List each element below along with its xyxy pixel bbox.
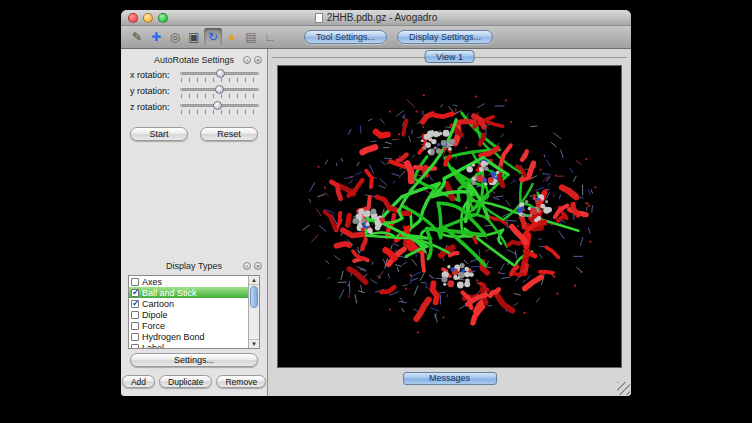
zoom-tool-icon[interactable]: ◎ [166,28,184,46]
display-type-label: Ball and Stick [142,288,197,298]
autorotate-panel-header: AutoRotate Settings ▫ × [121,53,267,67]
display-types-panel-header: Display Types ▫ × [121,259,267,273]
display-type-row-cartoon[interactable]: Cartoon [129,298,248,309]
z-rotation-label: z rotation: [130,102,176,112]
display-type-label: Force [142,321,165,331]
display-types-panel: Display Types ▫ × Axes Ball [121,259,267,388]
x-rotation-slider[interactable] [180,68,259,83]
auto-rotate-tool-icon[interactable]: ↻ [204,28,222,46]
traffic-lights [128,13,168,23]
measure-tool-icon[interactable]: ▤ [242,28,260,46]
display-type-row-ball-and-stick[interactable]: Ball and Stick [129,287,248,298]
dock-close-icon[interactable]: × [254,262,262,270]
z-rotation-slider[interactable] [180,100,259,115]
display-types-rows: Axes Ball and Stick Cartoon Dipole [129,276,248,348]
display-type-row-dipole[interactable]: Dipole [129,309,248,320]
close-window-button[interactable] [128,13,138,23]
toolbar: ✎ ✚ ◎ ▣ ↻ ● ▤ ∟ Tool Settings... Display… [121,26,631,49]
dock-float-icon[interactable]: ▫ [243,56,251,64]
align-tool-icon[interactable]: ∟ [261,28,279,46]
slider-ticks [181,110,259,114]
display-type-label: Dipole [142,310,168,320]
hydrogen-bond-checkbox[interactable] [131,333,139,341]
display-types-buttons: Add Duplicate Remove [121,375,267,388]
scroll-down-icon[interactable]: ▼ [249,339,259,348]
remove-button[interactable]: Remove [216,375,266,388]
y-rotation-row: y rotation: [121,83,267,99]
view-tab-bar: View 1 [268,50,631,64]
x-rotation-row: x rotation: [121,67,267,83]
dock-header-buttons: ▫ × [243,262,262,270]
force-checkbox[interactable] [131,322,139,330]
ball-and-stick-checkbox[interactable] [131,289,139,297]
add-button[interactable]: Add [122,375,155,388]
draw-tool-icon[interactable]: ✎ [128,28,146,46]
autorotate-panel-title: AutoRotate Settings [154,55,234,65]
axes-checkbox[interactable] [131,278,139,286]
dipole-checkbox[interactable] [131,311,139,319]
z-rotation-slider-thumb[interactable] [213,101,222,110]
left-dock: AutoRotate Settings ▫ × x rotation: [121,49,268,396]
avogadro-window: 2HHB.pdb.gz - Avogadro ✎ ✚ ◎ ▣ ↻ ● ▤ ∟ T… [121,10,631,396]
display-type-label: Hydrogen Bond [142,332,205,342]
display-type-label: Axes [142,277,162,287]
tool-settings-button[interactable]: Tool Settings... [304,30,387,44]
messages-row: Messages [268,368,631,388]
display-settings-button[interactable]: Display Settings... [397,30,493,44]
scroll-up-icon[interactable]: ▲ [249,276,259,285]
y-rotation-slider[interactable] [180,84,259,99]
title-bar[interactable]: 2HHB.pdb.gz - Avogadro [121,10,631,26]
autorotate-buttons: Start Reset [121,127,267,141]
x-rotation-slider-thumb[interactable] [216,69,225,78]
main-area: View 1 Messages [268,49,631,396]
display-type-row-force[interactable]: Force [129,320,248,331]
dock-header-buttons: ▫ × [243,56,262,64]
window-title: 2HHB.pdb.gz - Avogadro [121,10,631,25]
display-types-panel-title: Display Types [166,261,222,271]
navigate-tool-icon[interactable]: ✚ [147,28,165,46]
minimize-window-button[interactable] [143,13,153,23]
molecule-canvas[interactable] [278,66,620,367]
duplicate-button[interactable]: Duplicate [159,375,212,388]
display-types-scrollbar[interactable]: ▲ ▼ [248,276,259,348]
scrollbar-thumb[interactable] [250,286,258,308]
auto-optimize-tool-icon[interactable]: ● [223,28,241,46]
dock-float-icon[interactable]: ▫ [243,262,251,270]
dock-close-icon[interactable]: × [254,56,262,64]
gl-viewport[interactable] [277,65,622,368]
label-checkbox[interactable] [131,344,139,350]
display-type-row-hydrogen-bond[interactable]: Hydrogen Bond [129,331,248,342]
slider-ticks [181,94,259,98]
window-title-text: 2HHB.pdb.gz - Avogadro [327,12,437,23]
z-rotation-row: z rotation: [121,99,267,115]
window-content: AutoRotate Settings ▫ × x rotation: [121,49,631,396]
x-rotation-label: x rotation: [130,70,176,80]
tab-view-1[interactable]: View 1 [424,50,475,63]
autorotate-settings-panel: AutoRotate Settings ▫ × x rotation: [121,53,267,141]
display-types-list: Axes Ball and Stick Cartoon Dipole [128,275,260,349]
document-proxy-icon[interactable] [315,13,323,23]
slider-ticks [181,78,259,82]
messages-button[interactable]: Messages [403,372,497,385]
y-rotation-label: y rotation: [130,86,176,96]
cartoon-checkbox[interactable] [131,300,139,308]
start-button[interactable]: Start [130,127,188,141]
select-tool-icon[interactable]: ▣ [185,28,203,46]
y-rotation-slider-thumb[interactable] [215,85,224,94]
zoom-window-button[interactable] [158,13,168,23]
settings-button[interactable]: Settings... [130,353,258,367]
resize-grip[interactable] [617,382,630,395]
display-type-label: Label [142,343,164,350]
display-type-label: Cartoon [142,299,174,309]
reset-button[interactable]: Reset [200,127,258,141]
display-type-row-label[interactable]: Label [129,342,248,349]
display-type-row-axes[interactable]: Axes [129,276,248,287]
